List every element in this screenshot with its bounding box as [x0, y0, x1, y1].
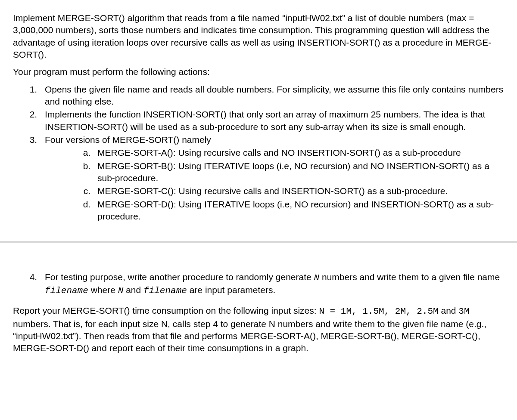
step-3: Four versions of MERGE-SORT() namely MER… — [40, 134, 504, 222]
step-3a: MERGE-SORT-A(): Using recursive calls an… — [93, 147, 504, 159]
step-3d: MERGE-SORT-D(): Using ITERATIVE loops (i… — [93, 198, 504, 223]
step-4-part2: numbers and write them to a given file n… — [319, 272, 500, 282]
step-4-filename2: filename — [143, 286, 187, 296]
step-4-part1: For testing purpose, write another proce… — [45, 272, 314, 282]
report-mid: and — [439, 306, 459, 315]
intro-paragraph-2: Your program must perform the following … — [13, 66, 504, 78]
step-3-sublist: MERGE-SORT-A(): Using recursive calls an… — [45, 147, 504, 222]
step-3-text: Four versions of MERGE-SORT() namely — [45, 135, 211, 145]
intro-paragraph-1: Implement MERGE-SORT() algorithm that re… — [13, 12, 504, 61]
step-2: Implements the function INSERTION-SORT()… — [40, 108, 504, 133]
document-page: Implement MERGE-SORT() algorithm that re… — [0, 0, 517, 377]
step-3c: MERGE-SORT-C(): Using recursive calls an… — [93, 185, 504, 197]
report-code2: 3M — [458, 306, 469, 316]
report-post: numbers. That is, for each input size N,… — [13, 319, 486, 353]
step-4-filename1: filename — [45, 286, 88, 296]
step-4-N1: N — [314, 273, 320, 283]
steps-list: Opens the given file name and reads all … — [13, 83, 504, 223]
step-4-N2: N — [118, 286, 124, 296]
step-4-part4: and — [123, 285, 143, 295]
report-paragraph: Report your MERGE-SORT() time consumptio… — [13, 305, 504, 354]
step-1: Opens the given file name and reads all … — [40, 83, 504, 108]
report-code: N = 1M, 1.5M, 2M, 2.5M — [319, 306, 438, 316]
step-3b: MERGE-SORT-B(): Using ITERATIVE loops (i… — [93, 160, 504, 185]
step-4: For testing purpose, write another proce… — [40, 271, 504, 297]
step-4-part5: are input parameters. — [187, 285, 275, 295]
report-pre: Report your MERGE-SORT() time consumptio… — [13, 306, 319, 315]
step-4-part3: where — [88, 285, 118, 295]
page-break — [0, 240, 517, 245]
steps-list-continued: For testing purpose, write another proce… — [13, 271, 504, 297]
